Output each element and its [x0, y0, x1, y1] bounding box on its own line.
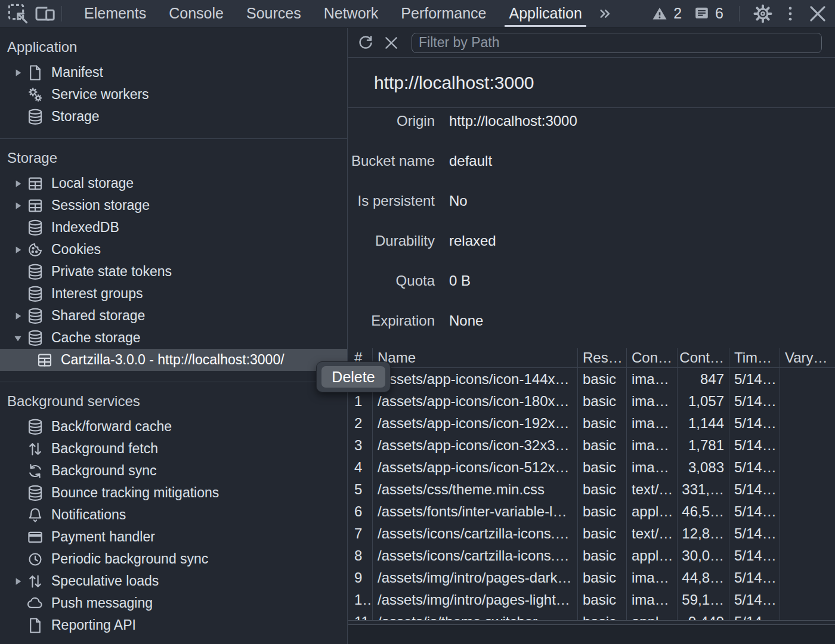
cell-vary — [780, 412, 835, 434]
kebab-menu-icon[interactable] — [780, 4, 800, 24]
cell-num: 3 — [348, 434, 373, 456]
warning-icon — [651, 5, 668, 22]
preview-pane — [348, 625, 835, 644]
sidebar-item-back-forward-cache[interactable]: Back/forward cache — [0, 416, 347, 438]
messages-indicator[interactable]: 6 — [691, 5, 726, 22]
sidebar-item-shared-storage[interactable]: Shared storage — [0, 305, 347, 327]
sidebar-item-local-storage[interactable]: Local storage — [0, 172, 347, 194]
cell-res: basic — [578, 412, 627, 434]
sidebar-item-private-state-tokens[interactable]: Private state tokens — [0, 261, 347, 283]
arrow-spacer — [13, 466, 23, 476]
column-header-tim[interactable]: Tim… — [729, 348, 780, 367]
sidebar-item-periodic-background-sync[interactable]: Periodic background sync — [0, 548, 347, 570]
warnings-indicator[interactable]: 2 — [649, 5, 684, 22]
sidebar-item-storage[interactable]: Storage — [0, 106, 347, 128]
chevron-right-icon[interactable] — [13, 244, 23, 255]
chevron-right-icon[interactable] — [13, 178, 23, 189]
table-row[interactable]: 6/assets/fonts/inter-variable-l…basicapp… — [348, 500, 835, 522]
tab-performance[interactable]: Performance — [389, 0, 497, 27]
cell-vary — [780, 522, 835, 544]
cell-con: text/… — [627, 478, 678, 500]
sidebar-item-label: Service workers — [51, 86, 149, 103]
table-row[interactable]: 1/assets/app-icons/icon-180x…basicima…1,… — [348, 390, 835, 412]
more-tabs-icon[interactable] — [596, 5, 614, 23]
column-header-vary[interactable]: Vary… — [780, 348, 835, 367]
table-row[interactable]: 0/assets/app-icons/icon-144x…basicima…84… — [348, 368, 835, 390]
sidebar-item-payment-handler[interactable]: Payment handler — [0, 526, 347, 548]
table-row[interactable]: 8/assets/icons/cartzilla-icons.…basicapp… — [348, 544, 835, 566]
sidebar-item-service-workers[interactable]: Service workers — [0, 83, 347, 106]
sidebar-item-cache-storage[interactable]: Cache storage — [0, 327, 347, 349]
sidebar-item-background-sync[interactable]: Background sync — [0, 460, 347, 482]
message-icon — [694, 5, 710, 21]
cell-con: ima… — [627, 412, 678, 434]
refresh-icon[interactable] — [358, 35, 373, 51]
table-row[interactable]: 2/assets/app-icons/icon-192x…basicima…1,… — [348, 412, 835, 434]
table-row[interactable]: 1…/assets/img/intro/pages-light…basicima… — [348, 589, 835, 611]
tab-network[interactable]: Network — [313, 0, 390, 27]
context-menu-item-delete[interactable]: Delete — [321, 366, 385, 388]
cell-vary — [780, 544, 835, 566]
chevron-right-icon[interactable] — [13, 311, 23, 321]
table-row[interactable]: 9/assets/img/intro/pages-dark…basicima…4… — [348, 566, 835, 589]
chevron-down-icon[interactable] — [13, 333, 23, 343]
filter-input[interactable] — [412, 33, 822, 53]
sidebar-item-push-messaging[interactable]: Push messaging — [0, 592, 347, 614]
warning-count: 2 — [673, 5, 682, 22]
settings-gear-icon[interactable] — [753, 4, 773, 24]
cell-con: text/… — [627, 522, 678, 544]
close-icon[interactable] — [808, 4, 828, 24]
arrow-spacer — [13, 510, 23, 521]
column-header-name[interactable]: Name — [373, 348, 578, 367]
origin-title: http://localhost:3000 — [348, 58, 835, 108]
tab-elements[interactable]: Elements — [73, 0, 157, 27]
cell-cont: 44,8… — [678, 566, 729, 589]
sidebar-item-speculative-loads[interactable]: Speculative loads — [0, 570, 347, 592]
cell-num: 7 — [348, 522, 373, 544]
database-icon — [26, 329, 44, 347]
sidebar-item-bounce-tracking-mitigations[interactable]: Bounce tracking mitigations — [0, 482, 347, 504]
cache-table: #NameRes…Con…Cont…Tim…Vary… 0/assets/app… — [348, 348, 835, 644]
sidebar-item-label: Background fetch — [51, 441, 158, 457]
inspect-element-icon[interactable] — [8, 4, 28, 24]
sidebar-item-indexeddb[interactable]: IndexedDB — [0, 216, 347, 239]
table-row[interactable]: 3/assets/app-icons/icon-32x3…basicima…1,… — [348, 434, 835, 456]
table-row[interactable]: 5/assets/css/theme.min.cssbasictext/…331… — [348, 478, 835, 500]
cell-cont: 847 — [678, 368, 729, 390]
cell-con: ima… — [627, 566, 678, 589]
sidebar-item-session-storage[interactable]: Session storage — [0, 194, 347, 216]
cell-tim: 5/14… — [729, 478, 780, 500]
cell-name: /assets/app-icons/icon-192x… — [373, 412, 578, 434]
table-row[interactable]: 4/assets/app-icons/icon-512x…basicima…3,… — [348, 456, 835, 478]
column-header-cont[interactable]: Cont… — [678, 348, 729, 367]
column-header-con[interactable]: Con… — [627, 348, 678, 367]
sidebar-item-cartzilla-3-0-0-http-localhost-3000[interactable]: Cartzilla-3.0.0 - http://localhost:3000/ — [0, 349, 347, 371]
sidebar-item-label: Back/forward cache — [51, 419, 172, 435]
table-row[interactable]: 7/assets/icons/cartzilla-icons.…basictex… — [348, 522, 835, 544]
arrow-spacer — [13, 289, 23, 299]
clear-icon[interactable] — [384, 36, 398, 50]
sidebar-item-background-fetch[interactable]: Background fetch — [0, 438, 347, 460]
cell-cont: 1,144 — [678, 412, 729, 434]
arrow-spacer — [13, 488, 23, 499]
sidebar-item-reporting-api[interactable]: Reporting API — [0, 614, 347, 636]
tab-sources[interactable]: Sources — [235, 0, 313, 27]
table-row[interactable]: 11/assets/js/theme.switcher…basicappl…9,… — [348, 611, 835, 620]
sidebar-item-manifest[interactable]: Manifest — [0, 61, 347, 83]
device-toolbar-icon[interactable] — [35, 4, 55, 24]
toolbar-divider — [739, 6, 740, 21]
arrow-spacer — [13, 89, 23, 100]
column-header-res[interactable]: Res… — [578, 348, 627, 367]
table-header: #NameRes…Con…Cont…Tim…Vary… — [348, 348, 835, 368]
tab-console[interactable]: Console — [157, 0, 235, 27]
chevron-right-icon[interactable] — [13, 200, 23, 211]
cell-num: 6 — [348, 500, 373, 522]
chevron-right-icon[interactable] — [13, 576, 23, 587]
sidebar-item-notifications[interactable]: Notifications — [0, 504, 347, 526]
cookie-icon — [26, 241, 44, 259]
tab-application[interactable]: Application — [497, 0, 593, 27]
sidebar-item-interest-groups[interactable]: Interest groups — [0, 283, 347, 305]
sidebar-item-cookies[interactable]: Cookies — [0, 239, 347, 261]
chevron-right-icon[interactable] — [13, 67, 23, 78]
up-down-arrows-icon — [26, 440, 44, 458]
